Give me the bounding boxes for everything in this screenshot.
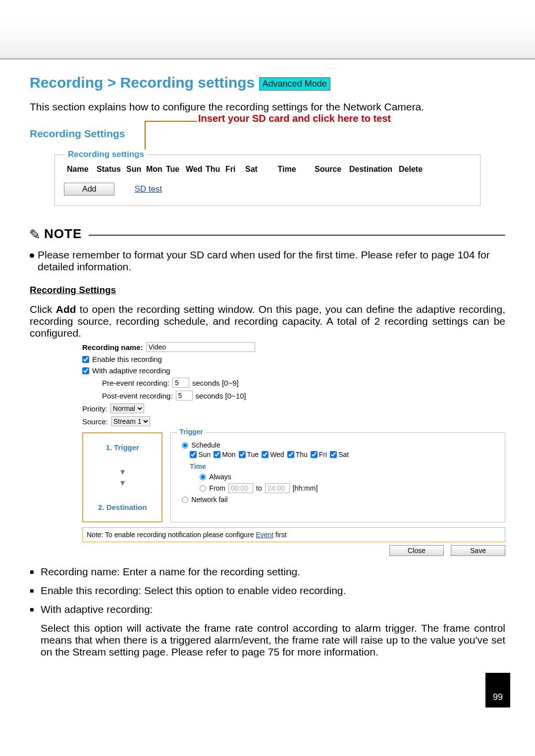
- recording-settings-heading: Recording Settings: [30, 128, 505, 140]
- sat-label: Sat: [338, 451, 349, 458]
- list-item-body: Select this option will activate the fra…: [30, 622, 505, 658]
- trigger-legend: Trigger: [177, 428, 205, 436]
- event-link[interactable]: Event: [256, 531, 273, 539]
- tue-checkbox[interactable]: [239, 451, 246, 458]
- rs-para-prefix: Click: [30, 303, 56, 315]
- post-event-label: Post-event recording:: [102, 392, 173, 400]
- source-label: Source:: [82, 417, 108, 426]
- col-name: Name: [64, 163, 94, 176]
- intro-paragraph: This section explains how to configure t…: [30, 101, 505, 113]
- enable-recording-label: Enable this recording: [92, 355, 162, 363]
- mon-label: Mon: [222, 451, 235, 458]
- to-label: to: [256, 484, 262, 492]
- col-mon: Mon: [143, 163, 163, 176]
- priority-select[interactable]: Normal: [110, 403, 144, 413]
- list-item: With adaptive recording:: [30, 604, 505, 615]
- list-item: Enable this recording: Select this optio…: [30, 585, 505, 597]
- network-fail-radio[interactable]: [182, 497, 188, 503]
- thu-label: Thu: [296, 451, 308, 458]
- tue-label: Tue: [247, 451, 259, 458]
- add-button[interactable]: Add: [64, 183, 114, 196]
- sun-label: Sun: [198, 451, 211, 458]
- thu-checkbox[interactable]: [287, 451, 294, 458]
- table-header: Name Status Sun Mon Tue Wed Thu Fri Sat …: [64, 163, 471, 176]
- recording-form-screenshot: Recording name: Enable this recording Wi…: [82, 342, 505, 556]
- event-note-box: Note: To enable recording notification p…: [82, 527, 505, 542]
- close-button[interactable]: Close: [389, 545, 444, 556]
- note-body-text: Please remember to format your SD card w…: [38, 249, 490, 272]
- mon-checkbox[interactable]: [214, 451, 220, 458]
- schedule-radio[interactable]: [182, 442, 188, 449]
- leader-line-h: [145, 121, 197, 122]
- from-time-input[interactable]: [228, 483, 253, 493]
- rs-para-rest: to open the recording setting window. On…: [30, 303, 505, 339]
- network-fail-label: Network fail: [191, 496, 227, 504]
- top-bar: [0, 20, 535, 59]
- save-button[interactable]: Save: [451, 545, 505, 556]
- event-note-prefix: Note: To enable recording notification p…: [87, 531, 256, 539]
- wed-checkbox[interactable]: [262, 451, 268, 458]
- leader-line-v: [145, 121, 146, 151]
- page-number: 99: [485, 673, 510, 707]
- note-word: NOTE: [44, 226, 82, 242]
- post-event-input[interactable]: [176, 391, 193, 401]
- col-fri: Fri: [222, 163, 242, 176]
- note-rule: [89, 235, 505, 236]
- col-thu: Thu: [203, 163, 222, 176]
- days-row: Sun Mon Tue Wed Thu Fri Sat: [190, 451, 498, 458]
- note-heading: ✎ NOTE: [30, 226, 505, 242]
- pre-event-label: Pre-event recording:: [102, 379, 169, 387]
- sd-test-link[interactable]: SD test: [134, 184, 162, 194]
- col-source: Source: [312, 163, 346, 176]
- chevron-down-icon: ▾▾: [120, 466, 125, 488]
- sat-checkbox[interactable]: [330, 451, 337, 458]
- note-body: ●Please remember to format your SD card …: [30, 249, 505, 273]
- step-trigger-label[interactable]: 1. Trigger: [106, 443, 139, 452]
- list-item: Recording name: Enter a name for the rec…: [30, 566, 505, 578]
- recording-settings-fieldset: Recording settings Name Status Sun Mon T…: [54, 154, 481, 206]
- col-tue: Tue: [163, 163, 183, 176]
- from-radio[interactable]: [200, 485, 206, 492]
- priority-label: Priority:: [82, 404, 107, 413]
- col-wed: Wed: [183, 163, 203, 176]
- sd-test-callout: Insert your SD card and click here to te…: [198, 113, 391, 124]
- col-sun: Sun: [123, 163, 143, 176]
- adaptive-recording-checkbox[interactable]: [82, 367, 89, 374]
- to-time-input[interactable]: [265, 483, 290, 493]
- fri-checkbox[interactable]: [311, 451, 318, 458]
- adaptive-recording-label: With adaptive recording: [92, 366, 170, 375]
- always-radio[interactable]: [200, 474, 206, 480]
- event-note-suffix: first: [273, 531, 286, 539]
- sun-checkbox[interactable]: [190, 451, 197, 458]
- post-event-hint: seconds [0~10]: [196, 392, 246, 400]
- pencil-icon: ✎: [27, 228, 44, 240]
- recording-name-input[interactable]: [146, 342, 255, 352]
- fieldset-legend: Recording settings: [65, 150, 147, 159]
- explanation-list: Recording name: Enter a name for the rec…: [30, 566, 505, 658]
- col-time: Time: [262, 163, 312, 176]
- col-status: Status: [94, 163, 123, 176]
- time-heading: Time: [190, 462, 498, 470]
- wed-label: Wed: [270, 451, 284, 458]
- hhmm-hint: [hh:mm]: [293, 484, 318, 492]
- steps-box: 1. Trigger ▾▾ 2. Destination: [82, 432, 162, 522]
- enable-recording-checkbox[interactable]: [82, 356, 89, 363]
- recording-name-label: Recording name:: [82, 343, 143, 352]
- recording-settings-paragraph: Click Add to open the recording setting …: [30, 303, 505, 339]
- pre-event-input[interactable]: [172, 378, 189, 388]
- always-label: Always: [209, 473, 231, 481]
- from-label: From: [209, 484, 225, 492]
- fri-label: Fri: [319, 451, 327, 458]
- col-destination: Destination: [346, 163, 396, 176]
- col-delete: Delete: [396, 163, 426, 176]
- pre-event-hint: seconds [0~9]: [192, 379, 239, 387]
- rs-para-add: Add: [56, 303, 76, 315]
- page-title: Recording > Recording settings Advanced …: [30, 74, 505, 91]
- source-select[interactable]: Stream 1: [111, 416, 150, 426]
- step-destination-label[interactable]: 2. Destination: [98, 503, 147, 511]
- advanced-mode-tag: Advanced Mode: [259, 77, 330, 91]
- page-title-text: Recording > Recording settings: [30, 74, 255, 91]
- col-sat: Sat: [242, 163, 262, 176]
- schedule-label: Schedule: [191, 441, 220, 449]
- recording-settings-underline-heading: Recording Settings: [30, 285, 505, 296]
